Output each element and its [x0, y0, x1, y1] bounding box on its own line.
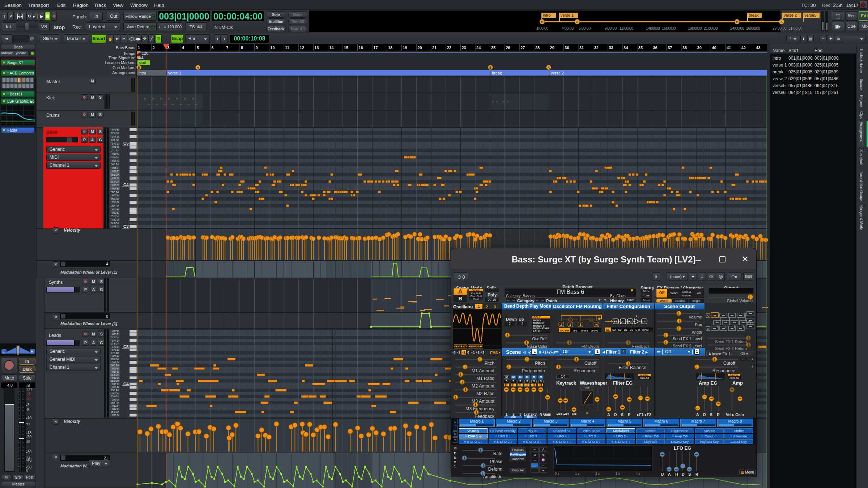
svg-text:24: 24 [476, 46, 481, 50]
svg-text:A: A [197, 66, 199, 69]
svg-text:066 F#: 066 F# [111, 364, 119, 367]
svg-text:A: A [576, 20, 579, 24]
svg-text:054 F#: 054 F# [111, 402, 119, 404]
svg-text:072 C: 072 C [112, 142, 119, 145]
svg-text:069 A: 069 A [112, 355, 119, 358]
svg-text:42: 42 [741, 46, 746, 50]
svg-text:15: 15 [344, 46, 348, 50]
svg-text:057 A: 057 A [112, 194, 119, 197]
svg-text:A: A [548, 66, 550, 69]
svg-text:053 F: 053 F [112, 208, 119, 211]
svg-text:060 C: 060 C [112, 184, 119, 187]
svg-text:+: + [748, 321, 750, 325]
svg-text:076 E: 076 E [112, 128, 119, 131]
svg-text:B: B [541, 20, 544, 24]
svg-text:062 D: 062 D [112, 377, 119, 379]
svg-text:x: x [569, 318, 571, 322]
svg-text:120: 120 [142, 51, 148, 55]
svg-text:064 E: 064 E [112, 371, 119, 373]
svg-text:3: 3 [579, 323, 581, 326]
svg-text:049 C#: 049 C# [111, 222, 119, 224]
svg-text:35: 35 [638, 46, 643, 50]
svg-text:2▸1: 2▸1 [573, 329, 577, 332]
svg-text:32: 32 [594, 46, 599, 50]
svg-text:12: 12 [300, 46, 304, 50]
svg-text:13: 13 [314, 46, 319, 50]
svg-text:050 D: 050 D [112, 414, 119, 416]
svg-text:L: L [3, 350, 5, 354]
svg-text:37: 37 [668, 46, 672, 50]
svg-text:067 G: 067 G [112, 160, 119, 162]
svg-text:7: 7 [226, 46, 228, 50]
svg-text:077 F: 077 F [112, 330, 119, 333]
svg-text:072 C: 072 C [112, 346, 119, 348]
svg-text:41: 41 [727, 46, 731, 50]
svg-text:NO FM: NO FM [560, 329, 569, 332]
svg-text:073 C#: 073 C# [111, 342, 119, 345]
svg-text:RING: RING [642, 328, 649, 331]
svg-text:068 G#: 068 G# [111, 358, 119, 360]
svg-text:075 D#: 075 D# [111, 132, 119, 134]
svg-text:21: 21 [432, 46, 437, 50]
svg-text:2: 2 [153, 46, 155, 50]
svg-text:39: 39 [697, 46, 702, 50]
svg-text:058 A#: 058 A# [111, 191, 119, 193]
svg-text:055 G: 055 G [112, 398, 119, 401]
svg-text:050 D: 050 D [112, 218, 119, 221]
svg-text:071 B: 071 B [112, 348, 119, 351]
svg-text:B: B [489, 66, 492, 69]
svg-text:051 D#: 051 D# [111, 215, 119, 218]
svg-text:33: 33 [609, 46, 613, 50]
svg-text:L-R: L-R [635, 328, 640, 331]
svg-text:C3: C3 [123, 224, 129, 228]
svg-text:verse 1: verse 1 [561, 13, 574, 17]
svg-text:048 C: 048 C [112, 225, 119, 228]
svg-text:29|00|00: 29|00|00 [773, 26, 787, 30]
svg-text:verse 2: verse 2 [784, 13, 797, 17]
svg-text:22: 22 [447, 46, 451, 50]
svg-text:9: 9 [256, 46, 258, 50]
svg-text:052 E: 052 E [112, 408, 119, 410]
svg-text:16|00|00: 16|00|00 [662, 26, 676, 30]
svg-text:31: 31 [579, 46, 584, 50]
svg-text:073 C#: 073 C# [111, 139, 119, 141]
svg-text:075 D#: 075 D# [111, 336, 119, 339]
svg-text:D2: D2 [630, 328, 633, 331]
svg-text:24|00|00: 24|00|00 [730, 26, 744, 30]
svg-text:076 E: 076 E [112, 333, 119, 335]
svg-text:056 G#: 056 G# [111, 198, 119, 200]
svg-text:C5: C5 [123, 141, 129, 145]
svg-text:058 A#: 058 A# [111, 389, 119, 391]
svg-text:070 A#: 070 A# [111, 149, 119, 152]
svg-text:052 E: 052 E [112, 211, 119, 214]
svg-text:074 D: 074 D [112, 339, 119, 342]
svg-text:C5: C5 [123, 344, 129, 349]
svg-text:16: 16 [359, 46, 363, 50]
svg-text:intro: intro [543, 13, 550, 17]
svg-text:071 B: 071 B [112, 146, 119, 148]
svg-text:056 G#: 056 G# [111, 395, 119, 398]
svg-text:31|00|00: 31|00|00 [788, 26, 803, 30]
svg-text:23: 23 [461, 46, 466, 50]
svg-text:070 A#: 070 A# [111, 352, 119, 354]
svg-text:055 G: 055 G [112, 201, 119, 204]
svg-text:054 F#: 054 F# [111, 205, 119, 207]
svg-text:19|00|00: 19|00|00 [688, 26, 702, 30]
svg-text:065 F: 065 F [112, 367, 119, 370]
svg-text:10: 10 [270, 46, 275, 50]
svg-text:053 F: 053 F [112, 404, 119, 407]
svg-text:069 A: 069 A [112, 153, 119, 155]
svg-text:063 D#: 063 D# [111, 373, 119, 376]
svg-text:2: 2 [569, 323, 571, 326]
svg-text:36: 36 [653, 46, 658, 50]
svg-text:29: 29 [550, 46, 554, 50]
svg-text:4/4: 4/4 [138, 56, 143, 60]
svg-text:5: 5 [197, 46, 199, 50]
svg-text:065 F: 065 F [112, 167, 119, 169]
svg-text:25: 25 [491, 46, 495, 50]
svg-text:068 G#: 068 G# [111, 156, 119, 159]
svg-text:18: 18 [388, 46, 392, 50]
svg-text:R: R [31, 350, 33, 354]
svg-text:20: 20 [417, 46, 422, 50]
svg-text:057 A: 057 A [112, 392, 119, 395]
